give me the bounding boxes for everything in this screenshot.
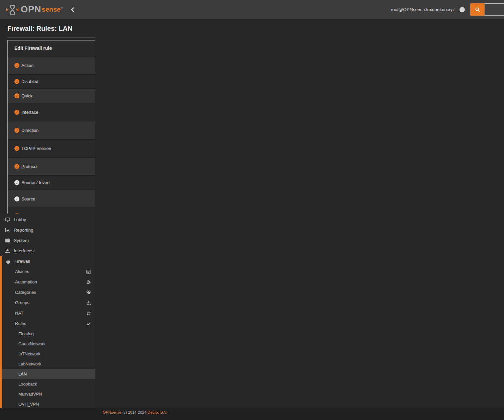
sidebar-item-label: MullvadVPN <box>18 392 42 397</box>
rule-row-source-invert: iSource / InvertUse this option to inver… <box>8 176 95 190</box>
sidebar-collapse-button[interactable] <box>70 7 75 12</box>
info-icon[interactable]: i <box>14 79 19 84</box>
sidebar-item-groups[interactable]: Groups <box>2 298 95 308</box>
info-icon[interactable]: i <box>14 63 19 68</box>
registered-mark: ® <box>61 6 63 10</box>
sitemap-icon <box>86 301 91 305</box>
page-title: Firewall: Rules: LAN <box>7 25 95 32</box>
sidebar-item-label: IoTNetwork <box>18 351 40 356</box>
sidebar-item-label: Floating <box>18 331 34 336</box>
copyright-text: (c) 2014-2024 <box>122 410 147 414</box>
sidebar-item-lobby[interactable]: Lobby <box>0 215 95 225</box>
sidebar-item-label: OVH_VPN <box>18 402 39 407</box>
sidebar-item-rules-mullvadvpn[interactable]: MullvadVPN <box>2 389 95 399</box>
sidebar-item-rules-labnetwork[interactable]: LabNetwork <box>2 359 95 369</box>
field-label: TCP/IP Version <box>21 146 51 151</box>
sitemap-icon <box>4 248 11 253</box>
field-label: Action <box>21 63 33 68</box>
field-label: Quick <box>21 93 32 98</box>
info-icon[interactable]: i <box>14 196 19 201</box>
list-icon <box>86 269 91 274</box>
opnsense-logo[interactable]: OPNsense® <box>0 4 67 15</box>
sidebar-item-label: Categories <box>15 290 36 295</box>
sidebar-item-interfaces[interactable]: Interfaces <box>0 246 95 256</box>
info-icon[interactable]: i <box>14 128 19 133</box>
sidebar-item-label: Reporting <box>14 228 33 233</box>
search-button[interactable] <box>470 3 485 16</box>
sidebar: LobbyReportingSystemInterfacesFirewallAl… <box>0 214 95 408</box>
info-icon[interactable]: i <box>14 164 19 169</box>
sidebar-menu: LobbyReportingSystemInterfacesFirewallAl… <box>0 214 95 408</box>
field-label: Source / Invert <box>21 180 50 185</box>
top-bar: OPNsense® root@OPNsense.luxdomain.xyz <box>0 0 504 19</box>
search-input[interactable] <box>485 3 504 16</box>
sidebar-item-label: Groups <box>15 300 29 305</box>
brand-word1: OPN <box>21 4 41 15</box>
sidebar-item-system[interactable]: System <box>0 235 95 246</box>
sidebar-item-label: Aliases <box>15 269 29 274</box>
rule-row-action: iActionPass <box>8 57 95 75</box>
hourglass-logo-icon <box>6 4 19 15</box>
status-dot <box>459 7 465 12</box>
sidebar-item-rules-lan[interactable]: LAN <box>2 369 95 379</box>
sidebar-item-rules-iotnetwork[interactable]: IoTNetwork <box>2 349 95 359</box>
tags-icon <box>86 290 91 295</box>
sidebar-item-label: Firewall <box>14 259 30 264</box>
rule-row-source-port-range: iSource port rangefrom:to:anyany <box>8 208 95 214</box>
info-icon[interactable]: i <box>14 213 19 214</box>
field-label: Source <box>21 196 35 201</box>
info-icon[interactable]: i <box>14 180 19 185</box>
sidebar-item-label: LabNetwork <box>18 361 41 366</box>
exchange-icon <box>86 311 91 316</box>
rule-row-quick: iQuickApply the action immediately on ma… <box>8 89 95 103</box>
sidebar-item-rules-guestnetwork[interactable]: GuestNetwork <box>2 339 95 349</box>
sidebar-item-label: Rules <box>15 321 26 326</box>
firewall-section: FirewallAliasesAutomationCategoriesGroup… <box>0 256 95 408</box>
info-icon[interactable]: i <box>14 146 19 151</box>
field-label: Interface <box>21 110 38 115</box>
rule-row-protocol: iProtocolany <box>8 158 95 176</box>
sidebar-item-rules-floating[interactable]: Floating <box>2 329 95 339</box>
rule-row-interface: iInterfaceLAN <box>8 103 95 121</box>
sidebar-item-automation[interactable]: Automation <box>2 277 95 287</box>
sidebar-item-rules-loopback[interactable]: Loopback <box>2 379 95 389</box>
logged-in-user: root@OPNsense.luxdomain.xyz <box>391 7 455 12</box>
sidebar-item-rules[interactable]: Rules <box>2 318 95 329</box>
main-content: Firewall: Rules: LAN Edit Firewall rule … <box>0 19 95 214</box>
sidebar-item-nat[interactable]: NAT <box>2 308 95 318</box>
sidebar-item-label: Loopback <box>18 382 37 387</box>
sidebar-item-label: System <box>14 238 29 243</box>
deciso-link[interactable]: Deciso B.V. <box>148 410 167 414</box>
sidebar-item-label: Interfaces <box>14 248 33 253</box>
check-icon <box>86 321 91 326</box>
footer: OPNsense (c) 2014-2024 Deciso B.V. <box>0 408 504 420</box>
sidebar-item-label: LAN <box>18 371 27 376</box>
sidebar-item-categories[interactable]: Categories <box>2 287 95 298</box>
app-window: OPNsense® root@OPNsense.luxdomain.xyz Lo… <box>0 0 504 420</box>
edit-firewall-rule-panel: Edit Firewall rule iActionPassiDisabledD… <box>7 40 95 214</box>
sidebar-item-firewall[interactable]: Firewall <box>2 256 95 266</box>
chevron-left-icon <box>70 7 75 12</box>
sidebar-item-label: Automation <box>15 279 37 284</box>
sidebar-item-rules-ovh-vpn[interactable]: OVH_VPN <box>2 399 95 408</box>
info-icon[interactable]: i <box>14 93 19 98</box>
chart-icon <box>4 228 11 233</box>
rule-row-tcpip-version: iTCP/IP VersionIPv4 <box>8 140 95 158</box>
gear-icon <box>86 280 91 284</box>
server-icon <box>4 238 11 243</box>
info-icon[interactable]: i <box>14 110 19 115</box>
monitor-icon <box>4 217 11 222</box>
field-label: Protocol <box>21 164 37 169</box>
field-label: Direction <box>21 128 38 133</box>
sidebar-item-aliases[interactable]: Aliases <box>2 266 95 277</box>
sidebar-item-reporting[interactable]: Reporting <box>0 225 95 235</box>
field-label: Source port range <box>21 213 56 214</box>
sidebar-item-label: GuestNetwork <box>18 341 46 346</box>
rule-row-direction: iDirectionin <box>8 121 95 140</box>
sidebar-item-label: Lobby <box>14 217 26 222</box>
brand-word2: sense <box>42 6 61 13</box>
panel-title: Edit Firewall rule <box>8 40 95 57</box>
rule-row-source: iSourceLAN net <box>8 190 95 208</box>
sidebar-item-label: NAT <box>15 311 23 316</box>
opnsense-link[interactable]: OPNsense <box>103 410 121 414</box>
